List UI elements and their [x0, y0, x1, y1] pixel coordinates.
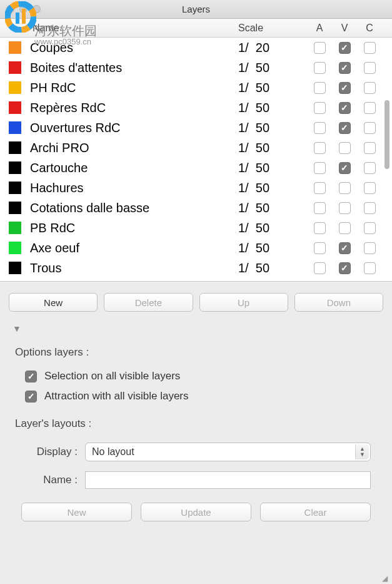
layout-clear-button[interactable]: Clear	[260, 503, 371, 521]
v-checkbox[interactable]	[339, 262, 351, 274]
window-title: Layers	[0, 4, 392, 14]
color-swatch[interactable]	[9, 161, 21, 174]
a-checkbox[interactable]	[314, 202, 326, 214]
v-checkbox[interactable]	[339, 182, 351, 194]
header-name[interactable]: Name	[30, 23, 238, 34]
header-a[interactable]: A	[307, 23, 332, 34]
c-checkbox[interactable]	[364, 242, 376, 254]
v-checkbox[interactable]	[339, 62, 351, 74]
c-checkbox[interactable]	[364, 142, 376, 154]
a-checkbox[interactable]	[314, 102, 326, 114]
table-row[interactable]: Ouvertures RdC1/ 50	[0, 118, 392, 138]
layer-name: Cotations dalle basse	[30, 201, 238, 215]
table-row[interactable]: Axe oeuf1/ 50	[0, 238, 392, 258]
minimize-icon[interactable]	[19, 5, 28, 13]
layer-scale: 1/ 50	[238, 81, 307, 95]
layer-name: Coupes	[30, 41, 238, 55]
color-swatch[interactable]	[9, 242, 21, 254]
resize-handle-icon[interactable]: ◢	[382, 574, 391, 583]
color-swatch[interactable]	[9, 101, 21, 114]
c-checkbox[interactable]	[364, 102, 376, 114]
header-c[interactable]: C	[357, 23, 382, 34]
zoom-icon[interactable]	[33, 5, 41, 13]
a-checkbox[interactable]	[314, 222, 326, 234]
table-row[interactable]: Boites d'attentes1/ 50	[0, 58, 392, 78]
a-checkbox[interactable]	[314, 122, 326, 134]
color-swatch[interactable]	[9, 141, 21, 154]
c-checkbox[interactable]	[364, 122, 376, 134]
v-checkbox[interactable]	[339, 202, 351, 214]
disclosure[interactable]: ▼	[0, 318, 392, 341]
c-checkbox[interactable]	[364, 182, 376, 194]
table-row[interactable]: Repères RdC1/ 50	[0, 98, 392, 118]
display-select[interactable]: No layout ▲▼	[85, 443, 371, 461]
color-swatch[interactable]	[9, 121, 21, 134]
v-checkbox[interactable]	[339, 162, 351, 174]
c-checkbox[interactable]	[364, 42, 376, 54]
a-checkbox[interactable]	[314, 262, 326, 274]
scrollbar-thumb[interactable]	[384, 100, 389, 169]
layout-new-button[interactable]: New	[21, 503, 132, 521]
a-checkbox[interactable]	[314, 42, 326, 54]
color-swatch[interactable]	[9, 262, 21, 274]
a-checkbox[interactable]	[314, 242, 326, 254]
layout-update-button[interactable]: Update	[141, 503, 251, 521]
v-checkbox[interactable]	[339, 222, 351, 234]
attraction-checkbox[interactable]	[25, 391, 37, 402]
down-button[interactable]: Down	[294, 293, 383, 312]
layer-name: Repères RdC	[30, 101, 238, 115]
table-header: Name Scale A V C	[0, 19, 392, 38]
table-row[interactable]: Coupes1/ 20	[0, 38, 392, 58]
table-row[interactable]: Cartouche1/ 50	[0, 158, 392, 178]
layouts-label: Layer's layouts :	[9, 412, 383, 438]
table-row[interactable]: Hachures1/ 50	[0, 178, 392, 198]
v-checkbox[interactable]	[339, 142, 351, 154]
color-swatch[interactable]	[9, 202, 21, 214]
c-checkbox[interactable]	[364, 202, 376, 214]
color-swatch[interactable]	[9, 61, 21, 74]
layer-scale: 1/ 50	[238, 241, 307, 255]
table-row[interactable]: PH RdC1/ 50	[0, 78, 392, 98]
table-body[interactable]: Coupes1/ 20Boites d'attentes1/ 50PH RdC1…	[0, 38, 392, 278]
new-button[interactable]: New	[9, 293, 98, 312]
name-input[interactable]	[85, 471, 371, 489]
up-button[interactable]: Up	[199, 293, 288, 312]
v-checkbox[interactable]	[339, 242, 351, 254]
color-swatch[interactable]	[9, 222, 21, 234]
c-checkbox[interactable]	[364, 222, 376, 234]
c-checkbox[interactable]	[364, 62, 376, 74]
layer-name: PB RdC	[30, 221, 238, 235]
a-checkbox[interactable]	[314, 182, 326, 194]
c-checkbox[interactable]	[364, 262, 376, 274]
disclosure-triangle-icon[interactable]: ▼	[13, 324, 21, 334]
delete-button[interactable]: Delete	[104, 293, 193, 312]
color-swatch[interactable]	[9, 81, 21, 94]
color-swatch[interactable]	[9, 41, 21, 54]
a-checkbox[interactable]	[314, 162, 326, 174]
a-checkbox[interactable]	[314, 82, 326, 94]
table-row[interactable]: Trous1/ 50	[0, 258, 392, 278]
selection-label: Selection on all visible layers	[44, 370, 180, 382]
color-swatch[interactable]	[9, 182, 21, 194]
header-scale[interactable]: Scale	[238, 23, 307, 34]
v-checkbox[interactable]	[339, 102, 351, 114]
layer-scale: 1/ 50	[238, 261, 307, 275]
v-checkbox[interactable]	[339, 122, 351, 134]
table-row[interactable]: Cotations dalle basse1/ 50	[0, 198, 392, 218]
c-checkbox[interactable]	[364, 162, 376, 174]
v-checkbox[interactable]	[339, 42, 351, 54]
scrollbar[interactable]	[384, 56, 391, 269]
select-stepper-icon[interactable]: ▲▼	[355, 444, 369, 459]
layer-name: Trous	[30, 261, 238, 275]
header-v[interactable]: V	[332, 23, 357, 34]
layer-scale: 1/ 50	[238, 201, 307, 215]
a-checkbox[interactable]	[314, 62, 326, 74]
a-checkbox[interactable]	[314, 142, 326, 154]
selection-checkbox[interactable]	[25, 371, 37, 382]
table-row[interactable]: PB RdC1/ 50	[0, 218, 392, 238]
c-checkbox[interactable]	[364, 82, 376, 94]
close-icon[interactable]	[6, 5, 14, 13]
v-checkbox[interactable]	[339, 82, 351, 94]
table-row[interactable]: Archi PRO1/ 50	[0, 138, 392, 158]
layouts-panel: Layer's layouts : Display : No layout ▲▼…	[9, 412, 383, 526]
